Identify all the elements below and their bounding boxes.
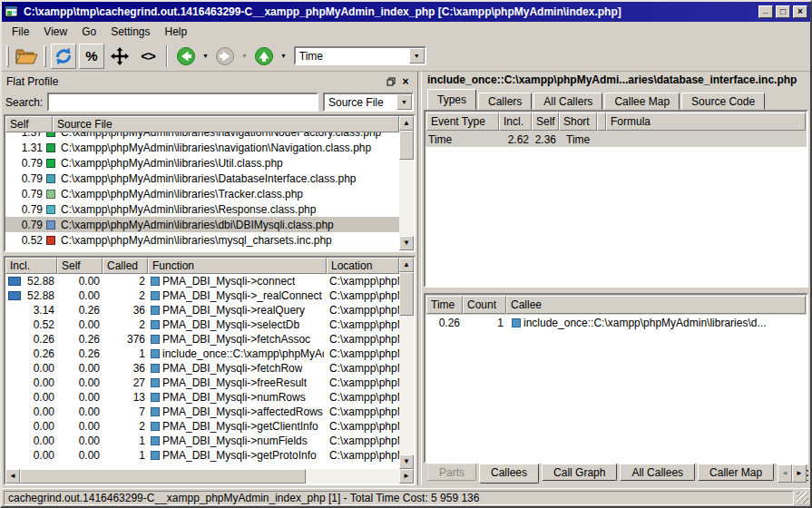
function-row[interactable]: 0.00 0.00 27 PMA_DBI_Mysqli->freeResult …	[5, 376, 399, 390]
column-header-count[interactable]: Count	[463, 296, 506, 314]
column-header-time[interactable]: Time	[426, 296, 463, 314]
cost-bar-icon	[8, 349, 21, 358]
menu-item[interactable]: Settings	[103, 24, 157, 40]
column-header-callee[interactable]: Callee	[506, 296, 806, 314]
function-row[interactable]: 0.00 0.00 36 PMA_DBI_Mysqli->fetchRow C:…	[5, 361, 399, 376]
function-row[interactable]: 0.26 0.26 376 PMA_DBI_Mysqli->fetchAssoc…	[5, 332, 399, 347]
source-list-vscrollbar[interactable]: ▲ ▼	[399, 116, 414, 250]
detail-bottom-tab[interactable]: Caller Map	[698, 464, 774, 481]
cost-bar-icon	[8, 407, 21, 416]
column-header-source-file[interactable]: Source File	[53, 116, 399, 132]
close-button[interactable]: ×	[793, 5, 807, 18]
source-file-row[interactable]: 0.79 C:\xampp\phpMyAdmin\libraries\Track…	[5, 186, 399, 201]
back-button[interactable]	[173, 44, 199, 69]
up-dropdown-caret[interactable]: ▼	[280, 53, 287, 59]
grouping-combobox[interactable]: Source File ▼	[323, 93, 414, 112]
up-arrow-icon	[254, 46, 274, 66]
function-list-vscrollbar[interactable]: ▲ ▼	[399, 258, 414, 469]
column-header-incl[interactable]: Incl.	[499, 112, 532, 131]
menu-bar: FileViewGoSettingsHelp	[2, 22, 810, 41]
function-list-hscrollbar[interactable]: ◄ ►	[5, 469, 414, 484]
cycle-relative-button[interactable]	[51, 44, 76, 69]
detail-bottom-tab[interactable]: All Callees	[620, 464, 695, 481]
maximize-button[interactable]: □	[776, 5, 790, 18]
detail-tab[interactable]: Source Code	[681, 93, 765, 110]
function-row[interactable]: 0.00 0.00 2 PMA_DBI_Mysqli->getClientInf…	[5, 419, 399, 434]
function-row[interactable]: 52.88 0.00 2 PMA_DBI_Mysqli->_realConnec…	[5, 288, 399, 303]
event-type-combobox[interactable]: Time ▼	[294, 46, 426, 65]
search-input[interactable]	[47, 93, 318, 112]
function-row[interactable]: 0.52 0.00 2 PMA_DBI_Mysqli->selectDb C:\…	[5, 318, 399, 332]
column-header-short[interactable]: Short	[559, 112, 597, 131]
function-row[interactable]: 0.00 0.00 1 PMA_DBI_Mysqli->numFields C:…	[5, 434, 399, 448]
callee-row[interactable]: 0.26 1 include_once::C:\xampp\phpMyAdmin…	[426, 315, 807, 330]
scroll-up-icon[interactable]: ▲	[399, 116, 414, 131]
toolbar-drag-handle[interactable]	[6, 45, 9, 67]
scroll-left-icon[interactable]: ◄	[5, 469, 20, 484]
column-header-incl[interactable]: Incl.	[5, 258, 57, 274]
scroll-up-icon[interactable]: ▲	[399, 258, 414, 272]
source-file-row[interactable]: 0.52 C:\xampp\phpMyAdmin\libraries\user_…	[5, 248, 399, 250]
shorten-templates-button[interactable]: <>	[135, 44, 161, 69]
source-file-row[interactable]: 0.79 C:\xampp\phpMyAdmin\libraries\Datab…	[5, 171, 399, 186]
event-type-value: Time	[296, 48, 409, 64]
function-row[interactable]: 3.14 0.26 36 PMA_DBI_Mysqli->realQuery C…	[5, 303, 399, 318]
toolbar-drag-handle[interactable]	[44, 45, 46, 67]
function-row[interactable]: 0.00 0.00 1 PMA_DBI_Mysqli->getProtoInfo…	[5, 448, 399, 463]
column-header-location[interactable]: Location	[327, 258, 399, 274]
source-file-row[interactable]: 0.52 C:\xampp\phpMyAdmin\libraries\mysql…	[5, 232, 399, 248]
function-row[interactable]: 0.00 0.00 7 PMA_DBI_Mysqli->affectedRows…	[5, 405, 399, 419]
minimize-button[interactable]: _	[758, 5, 773, 18]
source-file-row[interactable]: 1.31 C:\xampp\phpMyAdmin\libraries\navig…	[5, 140, 399, 155]
dock-close-icon[interactable]: ×	[398, 74, 413, 88]
detail-bottom-tab[interactable]: Call Graph	[542, 464, 617, 481]
column-header-self[interactable]: Self	[532, 112, 559, 131]
column-header-function[interactable]: Function	[148, 258, 327, 274]
back-arrow-icon	[176, 46, 196, 66]
function-row[interactable]: 52.88 0.00 2 PMA_DBI_Mysqli->connect C:\…	[5, 274, 399, 288]
detail-bottom-tab[interactable]: Callees	[479, 464, 539, 484]
detail-tab[interactable]: All Callers	[533, 93, 602, 110]
open-file-button[interactable]	[14, 44, 39, 69]
cost-bar-icon	[8, 451, 21, 460]
function-row[interactable]: 0.26 0.26 1 include_once::C:\xampp\phpMy…	[5, 347, 399, 361]
tab-scroll-right-icon[interactable]: ►	[792, 464, 807, 483]
dock-header[interactable]: Flat Profile ×	[4, 73, 416, 90]
combobox-dropdown-icon[interactable]: ▼	[396, 94, 412, 110]
scrollbar-thumb[interactable]	[399, 272, 414, 316]
menu-item[interactable]: View	[36, 24, 74, 40]
column-header-called[interactable]: Called	[103, 258, 148, 274]
menu-item[interactable]: Go	[74, 24, 103, 40]
detail-bottom-tab[interactable]: Parts	[427, 464, 476, 481]
function-row[interactable]: 0.00 0.00 13 PMA_DBI_Mysqli->numRows C:\…	[5, 390, 399, 405]
source-file-row[interactable]: 0.79 C:\xampp\phpMyAdmin\libraries\Util.…	[5, 155, 399, 171]
resize-grip[interactable]	[797, 492, 808, 503]
scroll-down-icon[interactable]: ▼	[399, 236, 414, 250]
back-dropdown-caret[interactable]: ▼	[202, 53, 209, 59]
menu-item[interactable]: File	[5, 24, 36, 40]
percent-toggle-button[interactable]: %	[79, 44, 104, 69]
source-file-row[interactable]: 0.79 C:\xampp\phpMyAdmin\libraries\Respo…	[5, 201, 399, 217]
scrollbar-thumb[interactable]	[399, 131, 414, 160]
scroll-down-icon[interactable]: ▼	[399, 454, 414, 469]
dock-float-icon[interactable]	[384, 74, 398, 88]
column-header-formula[interactable]: Formula	[606, 112, 806, 131]
column-header-event-type[interactable]: Event Type	[426, 112, 499, 131]
scrollbar-thumb[interactable]	[20, 469, 306, 484]
detail-tab[interactable]: Callers	[478, 93, 532, 110]
event-type-row[interactable]: Time 2.62 2.36 Time	[426, 132, 807, 147]
title-bar[interactable]: C:\xampp\tmp\cachegrind.out.1416463299-C…	[2, 2, 810, 22]
menu-item[interactable]: Help	[158, 24, 195, 40]
up-button[interactable]	[251, 44, 277, 69]
source-file-row[interactable]: 0.79 C:\xampp\phpMyAdmin\libraries\dbi\D…	[5, 217, 399, 232]
detail-tab[interactable]: Callee Map	[604, 93, 680, 110]
scroll-right-icon[interactable]: ►	[399, 469, 414, 484]
combobox-dropdown-icon[interactable]: ▼	[409, 48, 425, 64]
source-file-row[interactable]: 1.37 C:\xampp\phpMyAdmin\libraries\navig…	[5, 132, 399, 140]
column-header-self[interactable]: Self	[57, 258, 103, 274]
main-content: Flat Profile × Search: Source File ▼ Sel	[2, 71, 810, 488]
expand-areas-button[interactable]	[107, 44, 132, 69]
detail-tab[interactable]: Types	[427, 89, 476, 110]
column-header-self[interactable]: Self	[5, 116, 53, 132]
tab-scroll-left-icon[interactable]: ◄	[778, 464, 792, 483]
